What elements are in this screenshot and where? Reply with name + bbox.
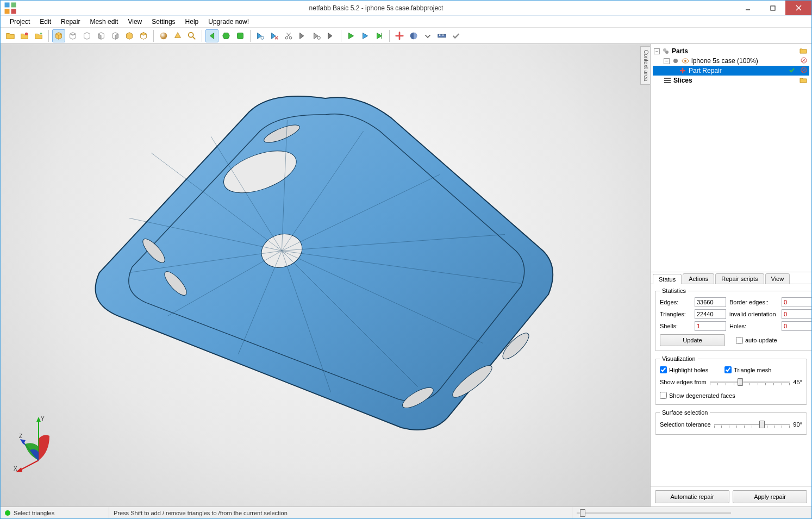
view-back-icon[interactable] (137, 29, 150, 42)
context-area-tab[interactable]: Context area (640, 46, 650, 85)
transparency-icon[interactable] (171, 29, 184, 42)
holes-value[interactable] (782, 321, 811, 331)
parts-label: Parts (672, 47, 797, 55)
edges-value[interactable] (695, 297, 726, 307)
color-icon[interactable] (407, 29, 420, 42)
separator (250, 30, 251, 42)
measure-icon[interactable] (435, 29, 448, 42)
apply-repair-button[interactable]: Apply repair (733, 490, 807, 503)
status-mode-text: Select triangles (14, 510, 54, 516)
3d-viewport[interactable]: Context area (1, 44, 651, 507)
folder-icon[interactable] (799, 47, 807, 55)
play-blue-icon[interactable] (359, 29, 372, 42)
apply-icon[interactable] (789, 67, 795, 75)
menu-repair[interactable]: Repair (56, 17, 85, 27)
svg-point-61 (684, 60, 686, 62)
play-green-a-icon[interactable] (345, 29, 358, 42)
menu-settings[interactable]: Settings (147, 17, 180, 27)
svg-rect-12 (238, 33, 243, 39)
triangle-mesh-checkbox[interactable]: Triangle mesh (724, 366, 771, 373)
axis-gizmo[interactable]: Y X Z (11, 414, 66, 474)
play-green-left-icon[interactable] (205, 29, 218, 42)
highlight-holes-checkbox[interactable]: Highlight holes (660, 366, 708, 373)
repair-icon[interactable] (393, 29, 406, 42)
play-green-b-icon[interactable] (373, 29, 386, 42)
shells-value[interactable] (695, 321, 726, 331)
shell-a-icon[interactable] (296, 29, 309, 42)
cut-icon[interactable] (282, 29, 295, 42)
view-default-icon[interactable] (52, 29, 65, 42)
highlight-holes-label: Highlight holes (669, 367, 708, 373)
triangles-value[interactable] (695, 309, 726, 319)
select-b-icon[interactable] (268, 29, 281, 42)
status-slider[interactable] (572, 507, 735, 518)
separator (341, 30, 341, 42)
svg-point-10 (189, 32, 193, 37)
auto-update-input[interactable] (736, 337, 743, 344)
tree-repair-item[interactable]: Part Repair (653, 66, 809, 76)
close-button[interactable] (785, 1, 811, 15)
svg-marker-49 (36, 417, 41, 422)
delete-icon[interactable] (801, 67, 807, 75)
parts-tree[interactable]: − Parts − iphone 5s case (100%) Part (651, 44, 811, 272)
zoom-icon[interactable] (185, 29, 198, 42)
invalid-orientation-label: invalid orientation (729, 311, 778, 317)
tab-actions[interactable]: Actions (683, 273, 714, 284)
hexagon-green-icon[interactable] (220, 29, 233, 42)
save-icon[interactable] (32, 29, 45, 42)
show-degenerated-input[interactable] (660, 392, 667, 399)
svg-rect-0 (5, 2, 10, 7)
shading-icon[interactable] (157, 29, 170, 42)
menu-help[interactable]: Help (180, 17, 204, 27)
view-bottom-icon[interactable] (80, 29, 93, 42)
view-front-icon[interactable] (123, 29, 136, 42)
collapse-icon[interactable]: − (654, 48, 660, 54)
collapse-icon[interactable]: − (664, 58, 670, 64)
view-right-icon[interactable] (109, 29, 122, 42)
show-degenerated-checkbox[interactable]: Show degenerated faces (660, 392, 802, 399)
edges-angle-slider[interactable] (710, 377, 790, 387)
toolbar (1, 28, 811, 44)
folder-icon[interactable] (799, 77, 807, 85)
tree-slices-root[interactable]: Slices (653, 76, 809, 85)
triangle-mesh-input[interactable] (724, 366, 732, 373)
visibility-icon[interactable] (672, 57, 679, 65)
auto-update-checkbox[interactable]: auto-update (736, 337, 777, 344)
shell-b-icon[interactable] (310, 29, 323, 42)
view-top-icon[interactable] (66, 29, 79, 42)
menu-view[interactable]: View (123, 17, 147, 27)
maximize-button[interactable] (760, 1, 785, 15)
tab-status[interactable]: Status (653, 274, 682, 284)
open-icon[interactable] (4, 29, 17, 42)
svg-point-14 (285, 36, 288, 39)
window-title: netfabb Basic 5.2 - iphone 5s case.fabbp… (17, 4, 735, 12)
invalid-orientation-value[interactable] (782, 309, 811, 319)
menu-edit[interactable]: Edit (35, 17, 56, 27)
dropdown-arrow-icon[interactable] (421, 29, 434, 42)
shell-c-icon[interactable] (324, 29, 338, 42)
highlight-holes-input[interactable] (660, 366, 667, 373)
panel-tabs: Status Actions Repair scripts View (651, 272, 811, 284)
tree-part-item[interactable]: − iphone 5s case (100%) (653, 56, 809, 66)
tab-repair-scripts[interactable]: Repair scripts (715, 273, 764, 284)
menu-project[interactable]: Project (5, 17, 35, 27)
eye-icon[interactable] (682, 57, 689, 65)
check-icon[interactable] (449, 29, 463, 42)
border-edges-value[interactable] (782, 297, 811, 307)
view-left-icon[interactable] (95, 29, 108, 42)
status-hint-text: Press Shift to add / remove triangles to… (114, 510, 288, 516)
menu-mesh-edit[interactable]: Mesh edit (85, 17, 123, 27)
update-button[interactable]: Update (660, 334, 725, 346)
tree-parts-root[interactable]: − Parts (653, 46, 809, 56)
status-spacer (735, 507, 811, 518)
add-part-icon[interactable] (18, 29, 31, 42)
square-green-icon[interactable] (234, 29, 247, 42)
delete-icon[interactable] (801, 57, 807, 65)
menu-upgrade[interactable]: Upgrade now! (203, 17, 254, 27)
selection-tolerance-slider[interactable] (714, 419, 790, 430)
minimize-button[interactable] (735, 1, 760, 15)
automatic-repair-button[interactable]: Automatic repair (655, 490, 729, 503)
edges-angle-value: 45° (793, 379, 802, 385)
tab-view[interactable]: View (765, 273, 790, 284)
select-a-icon[interactable] (254, 29, 267, 42)
